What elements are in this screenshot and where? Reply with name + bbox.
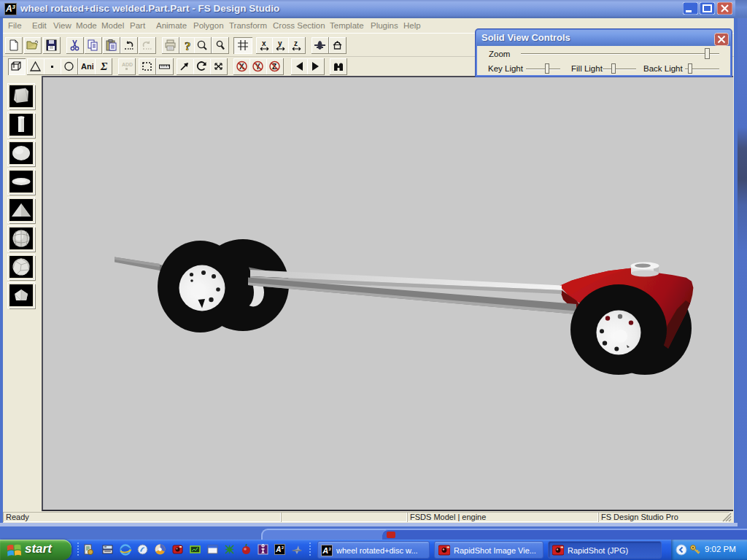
- svg-text:?: ?: [185, 39, 191, 52]
- svg-text:y: y: [278, 39, 282, 47]
- svg-text:Ani: Ani: [81, 62, 93, 71]
- svg-text:x: x: [262, 39, 266, 47]
- svg-text:z: z: [294, 39, 298, 47]
- svg-text:Σ: Σ: [100, 61, 108, 72]
- svg-text:ADD: ADD: [122, 62, 133, 67]
